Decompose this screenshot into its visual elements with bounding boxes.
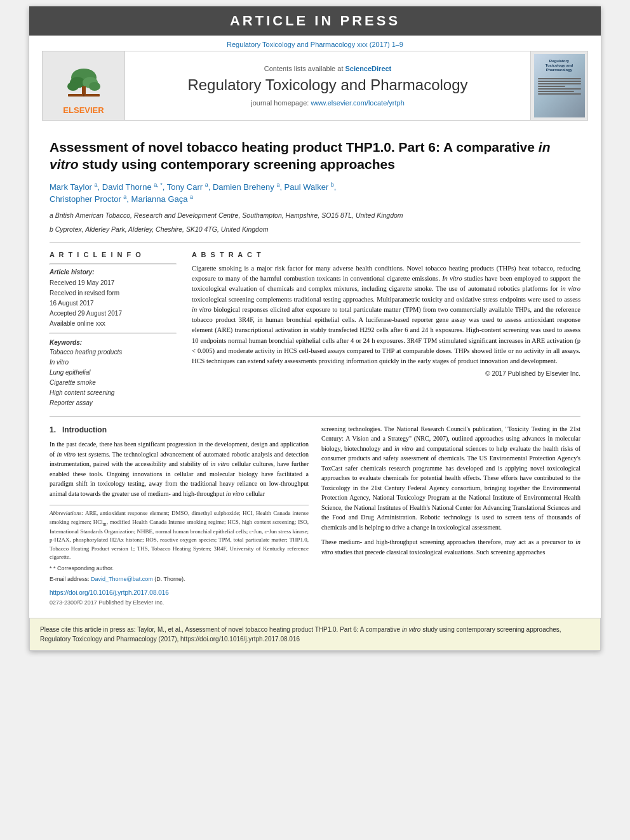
banner-text: ARTICLE IN PRESS: [230, 13, 400, 29]
keyword-3: Lung epithelial: [50, 368, 177, 378]
keywords-divider: [50, 333, 177, 334]
thumbnail-title: RegulatoryToxicology andPharmacology: [546, 59, 573, 73]
journal-logo-right: RegulatoryToxicology andPharmacology: [530, 51, 587, 120]
issn-line: 0273-2300/© 2017 Published by Elsevier I…: [50, 599, 309, 608]
affiliation-b: b Cyprotex, Alderley Park, Alderley, Che…: [50, 225, 580, 235]
divider-2: [50, 416, 580, 417]
intro-paragraph-right: screening technologies. The National Res…: [321, 424, 580, 533]
article-content: Assessment of novel tobacco heating prod…: [29, 128, 601, 618]
body-section: 1. Introduction In the past decade, ther…: [50, 424, 580, 608]
divider-1: [50, 243, 580, 243]
svg-point-6: [89, 82, 100, 91]
sciencedirect-line: Contents lists available at ScienceDirec…: [264, 65, 392, 72]
sciencedirect-link[interactable]: ScienceDirect: [345, 65, 392, 72]
svg-point-5: [67, 82, 79, 91]
corresponding-note: * * Corresponding author.: [50, 564, 309, 573]
doi-link[interactable]: https://doi.org/10.1016/j.yrtph.2017.08.…: [50, 588, 309, 598]
affiliation-a: a British American Tobacco, Research and…: [50, 211, 580, 221]
abbreviations-text: Abbreviations: ARE, antioxidant response…: [50, 509, 309, 562]
received-date: Received 19 May 2017: [50, 278, 177, 288]
article-info-heading: A R T I C L E I N F O: [50, 251, 177, 258]
keywords-label: Keywords:: [50, 339, 177, 346]
thumbnail-lines: [537, 77, 582, 96]
accepted-date: Accepted 29 August 2017: [50, 309, 177, 319]
copyright-line: © 2017 Published by Elsevier Inc.: [192, 370, 580, 377]
footnote-area: Abbreviations: ARE, antioxidant response…: [50, 505, 309, 584]
elsevier-brand: ELSEVIER: [63, 105, 104, 115]
revised-date: 16 August 2017: [50, 298, 177, 309]
body-col-left: 1. Introduction In the past decade, ther…: [50, 424, 309, 608]
email-link[interactable]: David_Thorne@bat.com: [91, 576, 153, 582]
available-online: Available online xxx: [50, 319, 177, 329]
journal-header-area: Regulatory Toxicology and Pharmacology x…: [29, 36, 601, 128]
email-note: E-mail address: David_Thorne@bat.com (D.…: [50, 575, 309, 584]
svg-rect-4: [82, 86, 86, 94]
body-col-right: screening technologies. The National Res…: [321, 424, 580, 608]
keyword-5: High content screening: [50, 388, 177, 398]
citation-text: Please cite this article in press as: Ta…: [40, 626, 561, 643]
citation-footer: Please cite this article in press as: Ta…: [29, 618, 601, 651]
article-in-press-banner: ARTICLE IN PRESS: [29, 6, 601, 36]
elsevier-logo-area: ELSEVIER: [43, 51, 125, 120]
journal-homepage-link[interactable]: www.elsevier.com/locate/yrtph: [311, 99, 404, 107]
article-info-column: A R T I C L E I N F O Article history: R…: [50, 251, 177, 408]
info-divider: [50, 263, 177, 265]
journal-header-box: ELSEVIER Contents lists available at Sci…: [42, 51, 588, 121]
intro-heading: 1. Introduction: [50, 424, 309, 436]
keyword-6: Reporter assay: [50, 398, 177, 408]
intro-paragraph-left: In the past decade, there has been signi…: [50, 439, 309, 498]
keyword-2: In vitro: [50, 357, 177, 368]
authors-line: Mark Taylor a, David Thorne a, *, Tony C…: [50, 181, 580, 206]
abstract-text: Cigarette smoking is a major risk factor…: [192, 263, 580, 367]
page: ARTICLE IN PRESS Regulatory Toxicology a…: [29, 6, 601, 651]
keyword-1: Tobacco heating products: [50, 347, 177, 357]
abstract-heading: A B S T R A C T: [192, 251, 580, 258]
journal-ref-line: Regulatory Toxicology and Pharmacology x…: [42, 41, 588, 48]
journal-thumbnail: RegulatoryToxicology andPharmacology: [534, 54, 585, 117]
history-label: Article history:: [50, 269, 177, 276]
received-revised: Received in revised form: [50, 288, 177, 298]
article-title: Assessment of novel tobacco heating prod…: [50, 138, 580, 173]
elsevier-tree-logo: [55, 65, 112, 103]
intro-paragraph-right-2: These medium- and high-throughput screen…: [321, 537, 580, 557]
keyword-4: Cigarette smoke: [50, 378, 177, 388]
journal-center: Contents lists available at ScienceDirec…: [125, 51, 530, 120]
abstract-column: A B S T R A C T Cigarette smoking is a m…: [192, 251, 580, 408]
journal-homepage-line: journal homepage: www.elsevier.com/locat…: [251, 99, 405, 107]
info-abstract-section: A R T I C L E I N F O Article history: R…: [50, 251, 580, 408]
journal-title-header: Regulatory Toxicology and Pharmacology: [187, 76, 467, 94]
